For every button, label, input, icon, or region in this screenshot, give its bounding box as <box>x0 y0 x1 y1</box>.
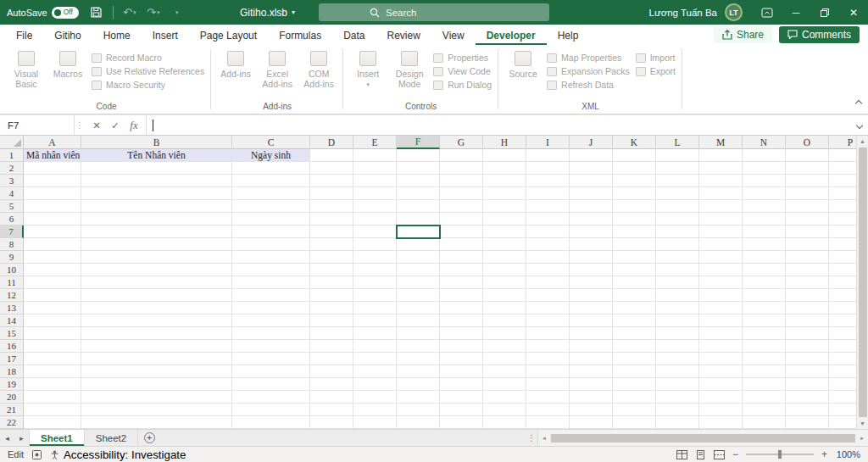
cell-E3[interactable] <box>353 175 397 187</box>
cell-I1[interactable] <box>526 149 570 162</box>
close-button[interactable]: ✕ <box>839 0 868 25</box>
cell-C1[interactable]: Ngày sinh <box>232 149 310 162</box>
cell-N8[interactable] <box>743 238 786 251</box>
cell-A8[interactable] <box>24 238 81 251</box>
cell-C14[interactable] <box>232 314 310 327</box>
cell-A19[interactable] <box>24 378 81 391</box>
cell-B7[interactable] <box>81 225 232 238</box>
column-header-B[interactable]: B <box>81 136 232 149</box>
cell-P2[interactable] <box>829 162 856 175</box>
cell-H9[interactable] <box>483 251 526 264</box>
cell-K7[interactable] <box>613 225 656 238</box>
cell-D7[interactable] <box>310 225 353 238</box>
cell-N7[interactable] <box>743 225 786 238</box>
row-header-14[interactable]: 14 <box>0 314 24 327</box>
minimize-button[interactable]: ─ <box>782 0 810 25</box>
cell-K2[interactable] <box>613 162 656 175</box>
row-header-8[interactable]: 8 <box>0 238 24 251</box>
cell-F13[interactable] <box>397 302 440 314</box>
cell-O8[interactable] <box>786 238 829 251</box>
cell-I6[interactable] <box>526 213 570 225</box>
cell-H16[interactable] <box>483 340 526 353</box>
cell-J14[interactable] <box>570 314 613 327</box>
cell-J3[interactable] <box>570 175 613 187</box>
scroll-up-icon[interactable]: ▲ <box>857 136 868 147</box>
cell-K16[interactable] <box>613 340 656 353</box>
cell-N18[interactable] <box>743 365 786 378</box>
row-header-10[interactable]: 10 <box>0 264 24 276</box>
cell-B15[interactable] <box>81 327 232 340</box>
cell-F18[interactable] <box>397 365 440 378</box>
collapse-ribbon-button[interactable] <box>856 96 861 109</box>
cell-N5[interactable] <box>743 200 786 213</box>
cell-L5[interactable] <box>656 200 699 213</box>
formula-bar-resize-handle[interactable]: ⋮ <box>75 115 85 135</box>
cell-P19[interactable] <box>829 378 856 391</box>
cell-E1[interactable] <box>353 149 397 162</box>
cell-H11[interactable] <box>483 276 526 289</box>
cell-G6[interactable] <box>440 213 483 225</box>
cell-K10[interactable] <box>613 264 656 276</box>
cell-O9[interactable] <box>786 251 829 264</box>
row-header-4[interactable]: 4 <box>0 187 24 200</box>
cell-J18[interactable] <box>570 365 613 378</box>
cell-D5[interactable] <box>310 200 353 213</box>
cell-H17[interactable] <box>483 353 526 365</box>
page-layout-view-button[interactable] <box>695 450 706 459</box>
cell-A20[interactable] <box>24 391 81 404</box>
cell-N2[interactable] <box>743 162 786 175</box>
refresh-data-button[interactable]: Refresh Data <box>545 80 632 90</box>
expand-formula-bar-button[interactable] <box>851 115 868 135</box>
cell-G14[interactable] <box>440 314 483 327</box>
customize-quick-access-button[interactable]: ▾ <box>166 0 188 25</box>
cell-L15[interactable] <box>656 327 699 340</box>
cell-A15[interactable] <box>24 327 81 340</box>
cell-J6[interactable] <box>570 213 613 225</box>
sheet-nav-right-icon[interactable]: ▸ <box>14 430 29 446</box>
cell-H3[interactable] <box>483 175 526 187</box>
cell-J10[interactable] <box>570 264 613 276</box>
cell-L16[interactable] <box>656 340 699 353</box>
cell-K20[interactable] <box>613 391 656 404</box>
cell-B12[interactable] <box>81 289 232 302</box>
cell-P4[interactable] <box>829 187 856 200</box>
row-header-22[interactable]: 22 <box>0 416 24 429</box>
cell-K11[interactable] <box>613 276 656 289</box>
cell-P15[interactable] <box>829 327 856 340</box>
cell-C8[interactable] <box>232 238 310 251</box>
cell-E15[interactable] <box>353 327 397 340</box>
ribbon-tab-view[interactable]: View <box>431 25 476 45</box>
cell-O20[interactable] <box>786 391 829 404</box>
cell-P9[interactable] <box>829 251 856 264</box>
cell-N1[interactable] <box>743 149 786 162</box>
cell-M13[interactable] <box>699 302 743 314</box>
row-header-1[interactable]: 1 <box>0 149 24 162</box>
cell-J21[interactable] <box>570 404 613 416</box>
cell-C19[interactable] <box>232 378 310 391</box>
cell-G18[interactable] <box>440 365 483 378</box>
cell-A11[interactable] <box>24 276 81 289</box>
cell-O16[interactable] <box>786 340 829 353</box>
cell-C20[interactable] <box>232 391 310 404</box>
cell-B8[interactable] <box>81 238 232 251</box>
cell-N11[interactable] <box>743 276 786 289</box>
scroll-right-icon[interactable]: ▸ <box>856 435 868 442</box>
save-button[interactable] <box>86 0 108 25</box>
cell-D13[interactable] <box>310 302 353 314</box>
column-header-N[interactable]: N <box>743 136 786 149</box>
cell-E4[interactable] <box>353 187 397 200</box>
cell-M10[interactable] <box>699 264 743 276</box>
cell-F2[interactable] <box>397 162 440 175</box>
cell-E17[interactable] <box>353 353 397 365</box>
visual-basic-button[interactable]: Visual Basic <box>7 47 46 89</box>
cell-L18[interactable] <box>656 365 699 378</box>
cell-F17[interactable] <box>397 353 440 365</box>
cell-J5[interactable] <box>570 200 613 213</box>
cell-H15[interactable] <box>483 327 526 340</box>
cell-H20[interactable] <box>483 391 526 404</box>
cell-L1[interactable] <box>656 149 699 162</box>
cell-G8[interactable] <box>440 238 483 251</box>
cell-K13[interactable] <box>613 302 656 314</box>
cell-N10[interactable] <box>743 264 786 276</box>
cell-L21[interactable] <box>656 404 699 416</box>
